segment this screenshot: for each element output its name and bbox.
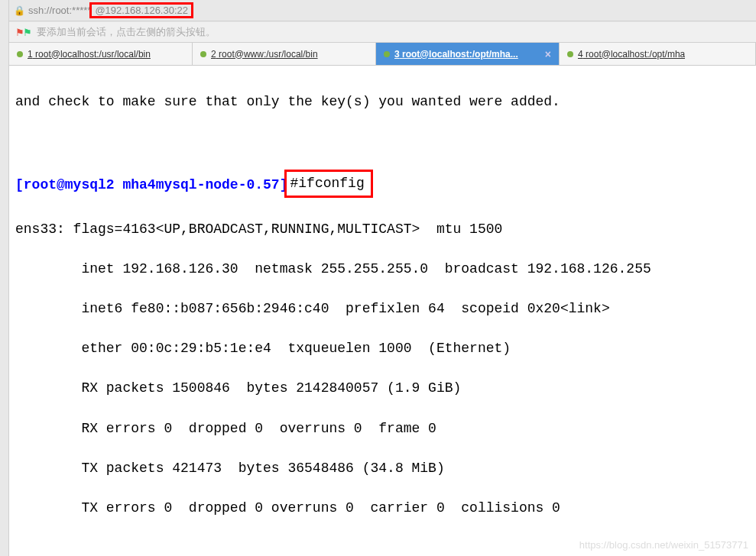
prompt-path: mha4mysql-node-0.57] [115,177,288,192]
command-highlighted: #ifconfig [284,170,372,197]
ifconfig-ens33: inet6 fe80::b087:656b:2946:c40 prefixlen… [15,299,750,318]
hint-bar: ⚑ ⚑ 要添加当前会话，点击左侧的箭头按钮。 [9,21,756,43]
ifconfig-ens33: ens33: flags=4163<UP,BROADCAST,RUNNING,M… [15,219,750,239]
ifconfig-ens33: RX errors 0 dropped 0 overruns 0 frame 0 [15,419,750,438]
ifconfig-ens33: ether 00:0c:29:b5:1e:e4 txqueuelen 1000 … [15,338,750,358]
ifconfig-ens33: TX errors 0 dropped 0 overruns 0 carrier… [15,498,750,518]
lock-icon: 🔒 [14,5,25,16]
prompt-line: [root@mysql2 mha4mysql-node-0.57]#ifconf… [15,171,750,199]
tab-4[interactable]: 4 root@localhost:/opt/mha [560,43,756,65]
url-protocol: ssh://root:***** [28,5,91,16]
ifconfig-ens33: RX packets 1500846 bytes 2142840057 (1.9… [15,378,750,398]
tab-2[interactable]: 2 root@www:/usr/local/bin [193,43,376,65]
output-line: and check to make sure that only the key… [15,92,750,112]
status-dot-icon [17,51,23,57]
blank-line [15,131,750,151]
tab-1[interactable]: 1 root@localhost:/usr/local/bin [9,43,193,65]
url-host-highlighted: @192.168.126.30:22 [89,2,193,18]
status-dot-icon [200,51,206,57]
prompt-user: [root@mysql2 [15,177,115,192]
status-dot-icon [384,51,390,57]
ifconfig-ens33: inet 192.168.126.30 netmask 255.255.255.… [15,259,750,279]
watermark: https://blog.csdn.net/weixin_51573771 [579,538,748,553]
ifconfig-ens33: TX packets 421473 bytes 36548486 (34.8 M… [15,458,750,478]
terminal-output[interactable]: and check to make sure that only the key… [9,66,756,556]
hint-text: 要添加当前会话，点击左侧的箭头按钮。 [37,25,216,39]
status-dot-icon [567,51,573,57]
address-bar[interactable]: 🔒 ssh://root:***** @192.168.126.30:22 [9,0,756,21]
tabs-bar: 1 root@localhost:/usr/local/bin 2 root@w… [9,43,756,66]
flag-icon-2: ⚑ [23,27,32,38]
left-sidebar-truncated [0,0,9,556]
tab-3-active[interactable]: 3 root@localhost:/opt/mha... × [376,43,560,65]
close-icon[interactable]: × [540,48,551,60]
